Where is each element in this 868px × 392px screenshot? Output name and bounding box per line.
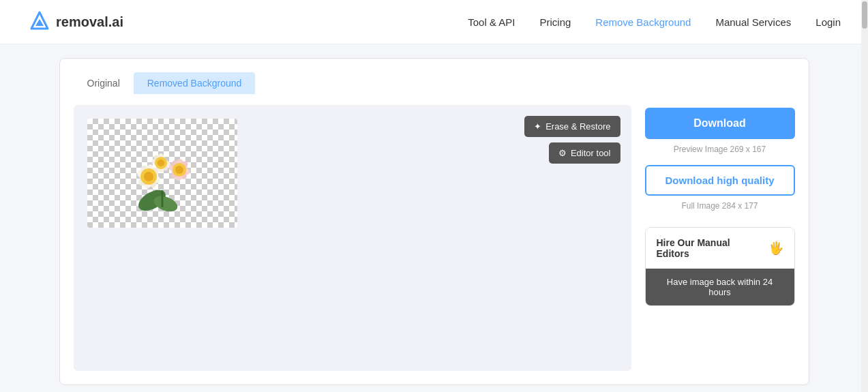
editor-tool-button[interactable]: ⚙ Editor tool (549, 142, 620, 164)
svg-point-14 (175, 166, 183, 174)
erase-restore-label: Erase & Restore (545, 121, 610, 132)
nav-login[interactable]: Login (815, 16, 841, 28)
manual-editors-sub: Have image back within 24 hours (646, 269, 794, 305)
manual-editors-card[interactable]: Hire Our Manual Editors 🖐 Have image bac… (645, 227, 795, 306)
erase-restore-button[interactable]: ✦ Erase & Restore (524, 116, 620, 137)
tab-original[interactable]: Original (74, 72, 134, 94)
content-area: ✦ Erase & Restore ⚙ Editor tool Download… (74, 105, 795, 371)
svg-point-8 (144, 172, 153, 181)
nav-pricing[interactable]: Pricing (539, 16, 571, 28)
main-content: Original Removed Background (0, 44, 868, 392)
nav-remove-bg[interactable]: Remove Background (595, 16, 691, 28)
svg-point-19 (158, 160, 164, 166)
erase-icon: ✦ (534, 121, 541, 132)
processed-image-container (87, 119, 237, 228)
flower-svg (101, 125, 224, 221)
nav-manual-services[interactable]: Manual Services (715, 16, 791, 28)
tab-removed-bg[interactable]: Removed Background (134, 72, 256, 94)
page-scrollbar[interactable] (861, 0, 868, 392)
download-button[interactable]: Download (645, 108, 795, 139)
download-hq-button[interactable]: Download high quality (645, 165, 795, 196)
main-card: Original Removed Background (59, 58, 809, 385)
full-image-info: Full Image 284 x 177 (645, 201, 795, 211)
manual-editors-label: Hire Our Manual Editors (657, 237, 763, 259)
wave-icon: 🖐 (768, 241, 783, 256)
logo[interactable]: removal.ai (27, 10, 123, 34)
nav-tool-api[interactable]: Tool & API (468, 16, 515, 28)
image-toolbar: ✦ Erase & Restore ⚙ Editor tool (524, 116, 620, 164)
preview-image-info: Preview Image 269 x 167 (645, 145, 795, 154)
image-panel: ✦ Erase & Restore ⚙ Editor tool (74, 105, 631, 371)
manual-editors-top: Hire Our Manual Editors 🖐 (646, 228, 794, 269)
flower-image (87, 119, 237, 228)
main-nav: Tool & API Pricing Remove Background Man… (468, 16, 841, 28)
editor-icon: ⚙ (558, 148, 567, 158)
header: removal.ai Tool & API Pricing Remove Bac… (0, 0, 868, 44)
logo-icon (27, 10, 52, 34)
logo-text: removal.ai (56, 14, 123, 30)
scrollbar-thumb[interactable] (862, 1, 867, 29)
tabs-container: Original Removed Background (74, 72, 795, 94)
editor-tool-label: Editor tool (571, 148, 611, 158)
right-panel: Download Preview Image 269 x 167 Downloa… (645, 105, 795, 306)
